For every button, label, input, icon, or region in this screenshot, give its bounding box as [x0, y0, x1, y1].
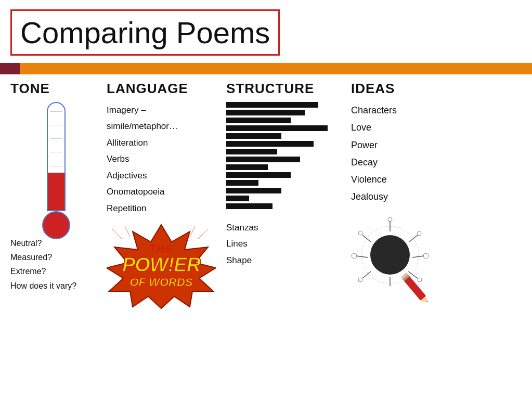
ideas-item: Love: [351, 119, 522, 136]
svg-line-4: [190, 226, 195, 237]
thermometer-container: [10, 102, 101, 227]
ideas-item: Characters: [351, 102, 522, 119]
svg-point-13: [418, 278, 422, 282]
bar-fill: [226, 102, 318, 108]
svg-line-10: [412, 256, 424, 257]
page-title: Comparing Poems: [20, 16, 270, 49]
language-item: Onomatopoeia: [107, 184, 221, 200]
bar-row: [226, 180, 346, 186]
ideas-header: IDEAS: [351, 81, 522, 97]
bar-row: [226, 110, 346, 115]
pow-container: THE POW!ER OF WORDS: [107, 224, 216, 312]
tone-label: Measured?: [10, 250, 101, 264]
bar-fill: [226, 164, 268, 170]
language-item: Adjectives: [107, 167, 221, 184]
brain-container: [351, 213, 439, 302]
bar-row: [226, 164, 346, 170]
bar-fill: [226, 125, 328, 131]
brain-pencil-svg: [351, 213, 439, 302]
bar-fill: [226, 157, 300, 162]
bar-fill: [226, 133, 281, 139]
svg-point-20: [358, 231, 362, 235]
bar-fill: [226, 188, 281, 193]
bar-orange: [20, 63, 532, 74]
svg-point-9: [417, 231, 421, 236]
language-header: LANGUAGE: [107, 81, 221, 97]
bar-row: [226, 188, 346, 193]
bar-row: [226, 172, 346, 178]
bar-row: [226, 149, 346, 154]
bar-row: [226, 102, 346, 108]
svg-point-18: [352, 253, 357, 258]
tone-labels: Neutral?Measured?Extreme?How does it var…: [10, 236, 101, 293]
language-items: Imagery –simile/metaphor…AlliterationVer…: [107, 102, 221, 216]
bar-row: [226, 203, 346, 209]
language-item: Verbs: [107, 151, 221, 167]
bar-row: [226, 125, 346, 131]
structure-column: STRUCTURE StanzasLinesShape: [221, 81, 346, 312]
ideas-item: Violence: [351, 171, 522, 188]
pow-power: POW!ER: [122, 254, 200, 276]
structure-item: Stanzas: [226, 219, 346, 236]
tone-label: How does it vary?: [10, 279, 101, 293]
language-item: simile/metaphor…: [107, 118, 221, 134]
language-item: Alliteration: [107, 135, 221, 151]
pow-of-words: OF WORDS: [122, 276, 200, 288]
color-bar: [0, 63, 532, 74]
bar-fill: [226, 172, 291, 178]
structure-item: Shape: [226, 252, 346, 268]
thermo-line: [50, 111, 62, 112]
title-box: Comparing Poems: [10, 9, 280, 56]
structure-bottom: StanzasLinesShape: [226, 219, 346, 268]
svg-point-7: [388, 217, 392, 222]
thermo-tube: [47, 102, 66, 211]
ideas-items: CharactersLovePowerDecayViolenceJealousy: [351, 102, 522, 206]
bar-row: [226, 118, 346, 123]
bar-fill: [226, 203, 273, 209]
bar-fill: [226, 110, 305, 115]
ideas-column: IDEAS CharactersLovePowerDecayViolenceJe…: [346, 81, 522, 312]
tone-header: TONE: [10, 81, 101, 97]
bar-row: [226, 196, 346, 201]
language-item: Imagery –: [107, 102, 221, 118]
thermo-line: [50, 138, 62, 139]
thermo-line: [50, 166, 62, 166]
thermo-bulb: [42, 211, 70, 239]
svg-point-5: [370, 235, 410, 275]
language-item: Repetition: [107, 200, 221, 216]
language-column: LANGUAGE Imagery –simile/metaphor…Allite…: [101, 81, 221, 312]
svg-line-1: [112, 229, 122, 239]
tone-label: Extreme?: [10, 264, 101, 278]
thermo-fill: [48, 173, 64, 210]
bar-row: [226, 141, 346, 147]
bar-fill: [226, 118, 291, 123]
pow-text: THE POW!ER OF WORDS: [122, 243, 200, 289]
bar-dark-red: [0, 63, 20, 74]
structure-item: Lines: [226, 236, 346, 252]
main-content: TONE: [0, 74, 532, 312]
svg-line-2: [125, 226, 130, 237]
bar-fill: [226, 141, 314, 147]
bar-fill: [226, 149, 277, 154]
bar-fill: [226, 196, 249, 201]
svg-point-11: [423, 253, 429, 258]
thermometer: [42, 102, 70, 227]
bar-row: [226, 157, 346, 162]
thermo-line: [50, 152, 62, 152]
ideas-item: Power: [351, 137, 522, 154]
thermo-line: [50, 125, 62, 125]
svg-line-17: [356, 256, 368, 257]
pow-the: THE: [122, 243, 200, 254]
bar-row: [226, 133, 346, 139]
structure-header: STRUCTURE: [226, 81, 346, 97]
svg-line-3: [198, 229, 208, 239]
ideas-item: Jealousy: [351, 188, 522, 205]
bar-chart: [226, 102, 346, 209]
tone-column: TONE: [10, 81, 101, 312]
page-wrapper: Comparing Poems TONE: [0, 0, 532, 401]
ideas-item: Decay: [351, 154, 522, 171]
svg-point-16: [358, 278, 362, 282]
svg-line-15: [362, 271, 371, 278]
bar-fill: [226, 180, 258, 186]
